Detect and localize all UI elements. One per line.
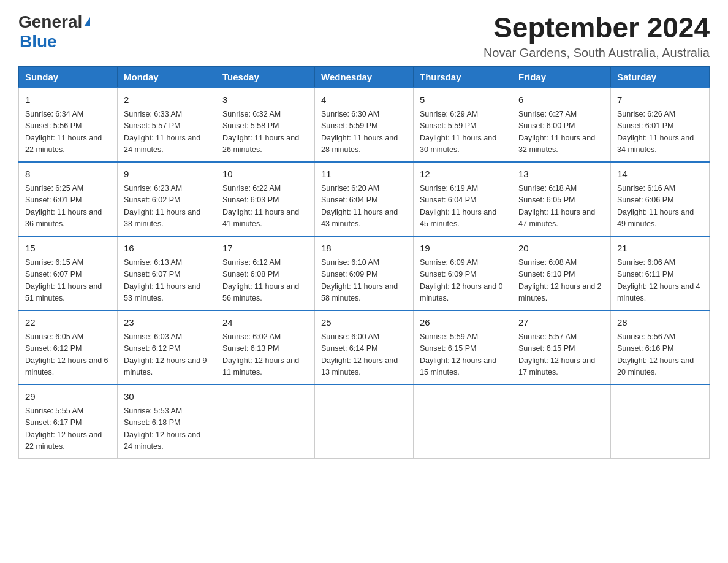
day-number: 30 bbox=[124, 390, 210, 404]
logo-triangle-icon bbox=[84, 17, 90, 26]
calendar-cell: 14Sunrise: 6:16 AMSunset: 6:06 PMDayligh… bbox=[611, 162, 710, 236]
calendar-cell: 18Sunrise: 6:10 AMSunset: 6:09 PMDayligh… bbox=[315, 236, 414, 310]
day-number: 13 bbox=[518, 167, 604, 182]
day-info: Sunrise: 6:00 AMSunset: 6:14 PMDaylight:… bbox=[321, 331, 407, 379]
calendar-cell: 16Sunrise: 6:13 AMSunset: 6:07 PMDayligh… bbox=[118, 236, 216, 310]
day-info: Sunrise: 5:56 AMSunset: 6:16 PMDaylight:… bbox=[617, 331, 703, 379]
day-number: 29 bbox=[25, 390, 111, 404]
logo-general-text: General bbox=[18, 12, 82, 32]
day-number: 4 bbox=[321, 93, 407, 107]
calendar-cell: 30Sunrise: 5:53 AMSunset: 6:18 PMDayligh… bbox=[118, 385, 216, 459]
day-number: 16 bbox=[124, 242, 210, 256]
week-row-1: 1Sunrise: 6:34 AMSunset: 5:56 PMDaylight… bbox=[19, 88, 710, 162]
day-number: 11 bbox=[321, 167, 407, 182]
day-info: Sunrise: 6:06 AMSunset: 6:11 PMDaylight:… bbox=[617, 257, 703, 305]
day-number: 2 bbox=[124, 93, 210, 107]
day-info: Sunrise: 5:55 AMSunset: 6:17 PMDaylight:… bbox=[25, 405, 111, 453]
calendar-cell bbox=[611, 385, 710, 459]
day-number: 10 bbox=[222, 167, 308, 182]
day-number: 1 bbox=[25, 93, 111, 107]
calendar-subtitle: Novar Gardens, South Australia, Australi… bbox=[483, 46, 710, 60]
day-number: 14 bbox=[617, 167, 703, 182]
day-number: 26 bbox=[420, 316, 506, 330]
day-info: Sunrise: 6:32 AMSunset: 5:58 PMDaylight:… bbox=[222, 109, 308, 156]
column-header-tuesday: Tuesday bbox=[216, 66, 315, 88]
calendar-title: September 2024 bbox=[483, 12, 710, 44]
day-number: 17 bbox=[222, 242, 308, 256]
day-info: Sunrise: 6:25 AMSunset: 6:01 PMDaylight:… bbox=[25, 183, 111, 231]
calendar-cell: 25Sunrise: 6:00 AMSunset: 6:14 PMDayligh… bbox=[315, 310, 414, 385]
day-info: Sunrise: 6:30 AMSunset: 5:59 PMDaylight:… bbox=[321, 109, 407, 156]
calendar-cell: 22Sunrise: 6:05 AMSunset: 6:12 PMDayligh… bbox=[19, 310, 118, 385]
calendar-cell bbox=[512, 385, 611, 459]
day-info: Sunrise: 6:12 AMSunset: 6:08 PMDaylight:… bbox=[222, 257, 308, 305]
week-row-4: 22Sunrise: 6:05 AMSunset: 6:12 PMDayligh… bbox=[19, 310, 710, 385]
logo-blue-text: Blue bbox=[20, 32, 57, 51]
day-number: 27 bbox=[518, 316, 604, 330]
day-number: 5 bbox=[420, 93, 506, 107]
day-number: 18 bbox=[321, 242, 407, 256]
day-info: Sunrise: 6:33 AMSunset: 5:57 PMDaylight:… bbox=[124, 109, 210, 156]
calendar-cell: 17Sunrise: 6:12 AMSunset: 6:08 PMDayligh… bbox=[216, 236, 315, 310]
calendar-cell: 20Sunrise: 6:08 AMSunset: 6:10 PMDayligh… bbox=[512, 236, 611, 310]
column-header-sunday: Sunday bbox=[19, 66, 118, 88]
week-row-5: 29Sunrise: 5:55 AMSunset: 6:17 PMDayligh… bbox=[19, 385, 710, 459]
day-info: Sunrise: 6:22 AMSunset: 6:03 PMDaylight:… bbox=[222, 183, 308, 231]
day-number: 9 bbox=[124, 167, 210, 182]
calendar-cell: 9Sunrise: 6:23 AMSunset: 6:02 PMDaylight… bbox=[118, 162, 216, 236]
day-number: 28 bbox=[617, 316, 703, 330]
calendar-cell: 29Sunrise: 5:55 AMSunset: 6:17 PMDayligh… bbox=[19, 385, 118, 459]
calendar-cell: 6Sunrise: 6:27 AMSunset: 6:00 PMDaylight… bbox=[512, 88, 611, 162]
week-row-3: 15Sunrise: 6:15 AMSunset: 6:07 PMDayligh… bbox=[19, 236, 710, 310]
column-header-wednesday: Wednesday bbox=[315, 66, 414, 88]
day-info: Sunrise: 6:20 AMSunset: 6:04 PMDaylight:… bbox=[321, 183, 407, 231]
day-info: Sunrise: 6:08 AMSunset: 6:10 PMDaylight:… bbox=[518, 257, 604, 305]
day-info: Sunrise: 5:53 AMSunset: 6:18 PMDaylight:… bbox=[124, 405, 210, 453]
day-info: Sunrise: 6:03 AMSunset: 6:12 PMDaylight:… bbox=[124, 331, 210, 379]
day-info: Sunrise: 5:59 AMSunset: 6:15 PMDaylight:… bbox=[420, 331, 506, 379]
day-info: Sunrise: 6:34 AMSunset: 5:56 PMDaylight:… bbox=[25, 109, 111, 156]
day-number: 12 bbox=[420, 167, 506, 182]
day-info: Sunrise: 6:27 AMSunset: 6:00 PMDaylight:… bbox=[518, 109, 604, 156]
week-row-2: 8Sunrise: 6:25 AMSunset: 6:01 PMDaylight… bbox=[19, 162, 710, 236]
calendar-cell: 8Sunrise: 6:25 AMSunset: 6:01 PMDaylight… bbox=[19, 162, 118, 236]
day-number: 23 bbox=[124, 316, 210, 330]
calendar-cell bbox=[216, 385, 315, 459]
calendar-header-row: SundayMondayTuesdayWednesdayThursdayFrid… bbox=[19, 66, 710, 88]
calendar-cell: 24Sunrise: 6:02 AMSunset: 6:13 PMDayligh… bbox=[216, 310, 315, 385]
calendar-cell: 27Sunrise: 5:57 AMSunset: 6:15 PMDayligh… bbox=[512, 310, 611, 385]
calendar-cell: 21Sunrise: 6:06 AMSunset: 6:11 PMDayligh… bbox=[611, 236, 710, 310]
column-header-saturday: Saturday bbox=[611, 66, 710, 88]
calendar-cell: 15Sunrise: 6:15 AMSunset: 6:07 PMDayligh… bbox=[19, 236, 118, 310]
day-number: 7 bbox=[617, 93, 703, 107]
day-info: Sunrise: 5:57 AMSunset: 6:15 PMDaylight:… bbox=[518, 331, 604, 379]
calendar-cell: 26Sunrise: 5:59 AMSunset: 6:15 PMDayligh… bbox=[414, 310, 512, 385]
calendar-cell: 11Sunrise: 6:20 AMSunset: 6:04 PMDayligh… bbox=[315, 162, 414, 236]
calendar-cell: 7Sunrise: 6:26 AMSunset: 6:01 PMDaylight… bbox=[611, 88, 710, 162]
day-number: 20 bbox=[518, 242, 604, 256]
title-section: September 2024 Novar Gardens, South Aust… bbox=[483, 12, 710, 60]
calendar-cell: 4Sunrise: 6:30 AMSunset: 5:59 PMDaylight… bbox=[315, 88, 414, 162]
day-number: 15 bbox=[25, 242, 111, 256]
calendar-cell: 28Sunrise: 5:56 AMSunset: 6:16 PMDayligh… bbox=[611, 310, 710, 385]
day-info: Sunrise: 6:26 AMSunset: 6:01 PMDaylight:… bbox=[617, 109, 703, 156]
calendar-cell: 5Sunrise: 6:29 AMSunset: 5:59 PMDaylight… bbox=[414, 88, 512, 162]
day-info: Sunrise: 6:19 AMSunset: 6:04 PMDaylight:… bbox=[420, 183, 506, 231]
day-number: 22 bbox=[25, 316, 111, 330]
day-info: Sunrise: 6:02 AMSunset: 6:13 PMDaylight:… bbox=[222, 331, 308, 379]
calendar-cell: 23Sunrise: 6:03 AMSunset: 6:12 PMDayligh… bbox=[118, 310, 216, 385]
calendar-cell: 3Sunrise: 6:32 AMSunset: 5:58 PMDaylight… bbox=[216, 88, 315, 162]
day-number: 8 bbox=[25, 167, 111, 182]
day-info: Sunrise: 6:09 AMSunset: 6:09 PMDaylight:… bbox=[420, 257, 506, 305]
day-info: Sunrise: 6:29 AMSunset: 5:59 PMDaylight:… bbox=[420, 109, 506, 156]
day-number: 6 bbox=[518, 93, 604, 107]
day-number: 3 bbox=[222, 93, 308, 107]
column-header-monday: Monday bbox=[118, 66, 216, 88]
column-header-friday: Friday bbox=[512, 66, 611, 88]
day-info: Sunrise: 6:18 AMSunset: 6:05 PMDaylight:… bbox=[518, 183, 604, 231]
day-number: 25 bbox=[321, 316, 407, 330]
day-number: 24 bbox=[222, 316, 308, 330]
day-info: Sunrise: 6:23 AMSunset: 6:02 PMDaylight:… bbox=[124, 183, 210, 231]
day-info: Sunrise: 6:16 AMSunset: 6:06 PMDaylight:… bbox=[617, 183, 703, 231]
page-header: General Blue September 2024 Novar Garden… bbox=[18, 12, 710, 60]
